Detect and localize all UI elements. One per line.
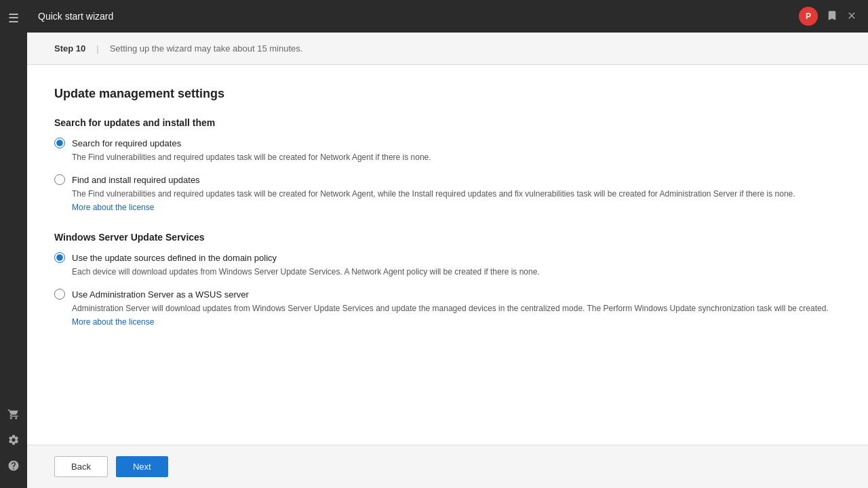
back-button[interactable]: Back xyxy=(54,456,108,477)
sidebar-icon-settings[interactable] xyxy=(7,434,20,449)
section2-title: Windows Server Update Services xyxy=(54,232,841,243)
step-description: Setting up the wizard may take about 15 … xyxy=(110,43,303,54)
radio-desc-opt4: Administration Server will download upda… xyxy=(72,302,841,314)
radio-domain-policy[interactable] xyxy=(54,252,65,263)
menu-icon[interactable]: ☰ xyxy=(8,5,19,31)
radio-desc-opt1: The Find vulnerabilities and required up… xyxy=(72,151,841,163)
content-area: Update management settings Search for up… xyxy=(27,65,868,445)
bookmark-button[interactable] xyxy=(826,9,838,24)
sidebar: ☰ xyxy=(0,0,27,488)
radio-desc-opt2: The Find vulnerabilities and required up… xyxy=(72,188,841,200)
list-item: Find and install required updates The Fi… xyxy=(54,174,841,213)
next-button[interactable]: Next xyxy=(116,456,168,477)
user-avatar[interactable]: P xyxy=(799,7,818,26)
list-item: Use Administration Server as a WSUS serv… xyxy=(54,289,841,327)
window-title: Quick start wizard xyxy=(38,11,799,22)
sidebar-icon-help[interactable] xyxy=(7,460,20,474)
list-item: Search for required updates The Find vul… xyxy=(54,138,841,163)
more-about-license-link-2[interactable]: More about the license xyxy=(72,317,154,327)
close-button[interactable] xyxy=(846,10,857,23)
title-bar-controls: P xyxy=(799,7,857,26)
step-separator: | xyxy=(96,43,98,54)
radio-desc-opt3: Each device will download updates from W… xyxy=(72,266,841,278)
list-item: Use the update sources defined in the do… xyxy=(54,252,841,278)
section1-title: Search for updates and install them xyxy=(54,117,841,128)
footer: Back Next xyxy=(27,445,868,488)
section-wsus: Windows Server Update Services Use the u… xyxy=(54,232,841,327)
radio-label-opt3[interactable]: Use the update sources defined in the do… xyxy=(72,253,277,263)
radio-find-install[interactable] xyxy=(54,174,65,185)
title-bar: Quick start wizard P xyxy=(27,0,868,33)
page-title: Update management settings xyxy=(54,87,841,101)
radio-search-required[interactable] xyxy=(54,138,65,148)
step-label: Step 10 xyxy=(54,43,85,54)
section-search-updates: Search for updates and install them Sear… xyxy=(54,117,841,213)
radio-label-opt1[interactable]: Search for required updates xyxy=(72,138,181,148)
sidebar-icon-store[interactable] xyxy=(7,408,20,423)
step-bar: Step 10 | Setting up the wizard may take… xyxy=(27,33,868,65)
radio-admin-server-wsus[interactable] xyxy=(54,289,65,300)
radio-label-opt4[interactable]: Use Administration Server as a WSUS serv… xyxy=(72,289,249,300)
more-about-license-link-1[interactable]: More about the license xyxy=(72,203,154,212)
main-area: Quick start wizard P Step 10 | Setting u… xyxy=(27,0,868,488)
radio-label-opt2[interactable]: Find and install required updates xyxy=(72,175,200,185)
